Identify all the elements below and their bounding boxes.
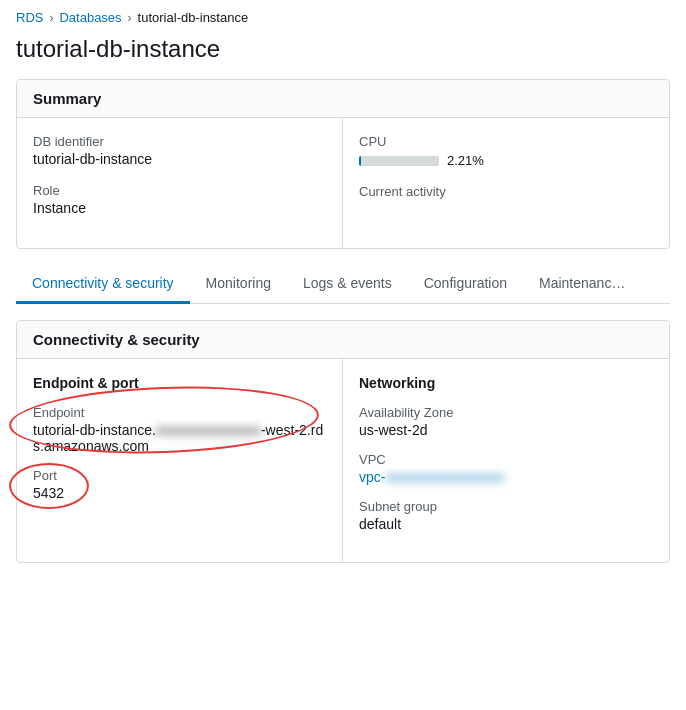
breadcrumb-databases[interactable]: Databases: [59, 10, 121, 25]
endpoint-label: Endpoint: [33, 405, 326, 420]
vpc-blurred: xxxxxxxxxxxxxxxxx: [385, 469, 504, 485]
endpoint-prefix: tutorial-db-instance.: [33, 422, 156, 438]
current-activity-item: Current activity: [359, 184, 653, 199]
cpu-bar-track: [359, 156, 439, 166]
connectivity-section-body: Endpoint & port Endpoint tutorial-db-ins…: [17, 359, 669, 562]
breadcrumb-current: tutorial-db-instance: [138, 10, 249, 25]
tab-configuration[interactable]: Configuration: [408, 265, 523, 304]
breadcrumb: RDS › Databases › tutorial-db-instance: [0, 0, 686, 31]
subnet-label: Subnet group: [359, 499, 653, 514]
summary-card: Summary DB identifier tutorial-db-instan…: [16, 79, 670, 249]
networking-col: Networking Availability Zone us-west-2d …: [343, 359, 669, 562]
cpu-item: CPU 2.21%: [359, 134, 653, 168]
current-activity-label: Current activity: [359, 184, 653, 199]
az-label: Availability Zone: [359, 405, 653, 420]
tabs-bar: Connectivity & security Monitoring Logs …: [16, 265, 670, 304]
cpu-bar-container: 2.21%: [359, 153, 653, 168]
cpu-label: CPU: [359, 134, 653, 149]
summary-right-col: CPU 2.21% Current activity: [343, 118, 669, 248]
vpc-prefix: vpc-: [359, 469, 385, 485]
summary-header: Summary: [17, 80, 669, 118]
endpoint-port-col: Endpoint & port Endpoint tutorial-db-ins…: [17, 359, 343, 562]
az-value: us-west-2d: [359, 422, 653, 438]
cpu-bar-fill: [359, 156, 361, 166]
endpoint-port-title: Endpoint & port: [33, 375, 326, 391]
summary-body: DB identifier tutorial-db-instance Role …: [17, 118, 669, 248]
connectivity-security-card: Connectivity & security Endpoint & port …: [16, 320, 670, 563]
port-value: 5432: [33, 485, 326, 501]
tab-connectivity-security[interactable]: Connectivity & security: [16, 265, 190, 304]
breadcrumb-sep-2: ›: [128, 11, 132, 25]
vpc-label: VPC: [359, 452, 653, 467]
role-value: Instance: [33, 200, 326, 216]
summary-left-col: DB identifier tutorial-db-instance Role …: [17, 118, 343, 248]
networking-title: Networking: [359, 375, 653, 391]
endpoint-blurred: xxxxxxxxxxxxxxx: [156, 422, 261, 438]
tab-logs-events[interactable]: Logs & events: [287, 265, 408, 304]
breadcrumb-sep-1: ›: [49, 11, 53, 25]
db-identifier-item: DB identifier tutorial-db-instance: [33, 134, 326, 167]
db-identifier-label: DB identifier: [33, 134, 326, 149]
tab-maintenance[interactable]: Maintenanc…: [523, 265, 641, 304]
db-identifier-value: tutorial-db-instance: [33, 151, 326, 167]
vpc-value[interactable]: vpc-xxxxxxxxxxxxxxxxx: [359, 469, 653, 485]
port-label: Port: [33, 468, 326, 483]
tab-monitoring[interactable]: Monitoring: [190, 265, 287, 304]
endpoint-value: tutorial-db-instance.xxxxxxxxxxxxxxx-wes…: [33, 422, 326, 454]
subnet-value: default: [359, 516, 653, 532]
page-title: tutorial-db-instance: [0, 31, 686, 79]
connectivity-section-header: Connectivity & security: [17, 321, 669, 359]
role-label: Role: [33, 183, 326, 198]
cpu-pct: 2.21%: [447, 153, 484, 168]
breadcrumb-rds[interactable]: RDS: [16, 10, 43, 25]
role-item: Role Instance: [33, 183, 326, 216]
